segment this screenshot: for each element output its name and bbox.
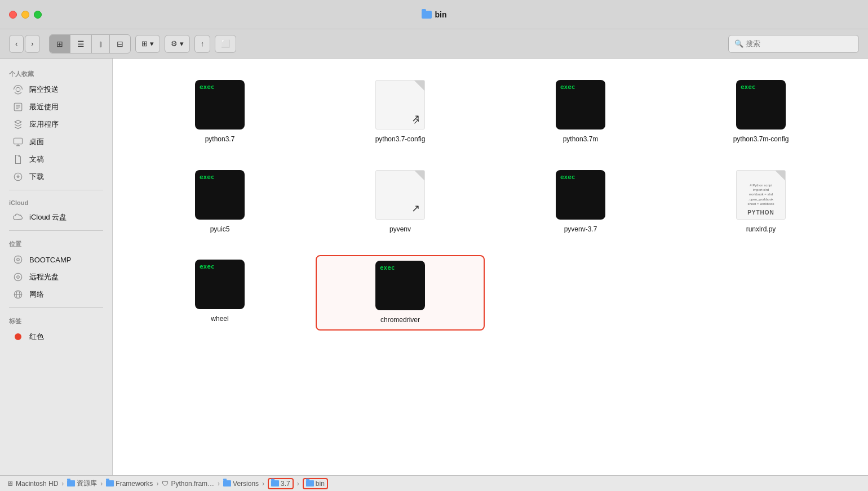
file-item-pyvenv-37[interactable]: exec pyvenv-3.7 [496,166,665,239]
sidebar-item-desktop[interactable]: 桌面 [3,133,109,150]
folder-icon-versions [223,480,231,486]
exec-icon-chromedriver: exec [375,261,425,310]
window-title: bin [422,10,447,19]
downloads-label: 下载 [29,172,44,182]
file-name-wheel: wheel [211,315,228,324]
desktop-label: 桌面 [29,137,44,147]
bootcamp-icon [12,254,24,265]
tags-button[interactable]: ⬜ [215,35,236,53]
sidebar-item-downloads[interactable]: 下载 [3,168,109,185]
sidebar-item-bootcamp[interactable]: BOOTCAMP [3,251,109,268]
file-name-python37: python3.7 [205,135,235,144]
file-item-wheel[interactable]: exec wheel [135,255,304,331]
sidebar-item-remote-disc[interactable]: 远程光盘 [3,269,109,285]
breadcrumb-37[interactable]: 3.7 [268,478,294,489]
red-tag-icon [12,331,24,342]
file-name-python37m: python3.7m [563,135,599,144]
file-item-runxlrd[interactable]: # Python scriptimport xlrdworkbook = xlr… [676,166,845,239]
folder-icon-frameworks [106,480,114,486]
icon-view-button[interactable]: ⊞ [50,35,70,53]
svg-point-0 [16,87,20,92]
sidebar-section-locations: 位置 [0,235,112,251]
group-button[interactable]: ⊞ ▾ [135,35,160,53]
sidebar-item-red-tag[interactable]: 红色 [3,328,109,345]
sidebar-item-airdrop[interactable]: 隔空投送 [3,81,109,98]
breadcrumb-python-framework[interactable]: 🛡 Python.fram… [162,480,214,488]
sidebar: 个人收藏 隔空投送 [0,59,113,475]
close-button[interactable] [9,11,17,19]
folder-icon-37 [271,480,279,486]
file-item-python37m-config[interactable]: exec python3.7m-config [676,75,845,149]
maximize-button[interactable] [34,11,42,19]
file-grid-area: exec python3.7 ↗ python3.7-config exec p… [113,59,868,475]
sidebar-item-recents[interactable]: 最近使用 [3,99,109,115]
share-button[interactable]: ↑ [194,35,211,53]
breadcrumb-macintosh-hd[interactable]: 🖥 Macintosh HD [7,480,58,488]
exec-icon-python37m: exec [556,80,605,130]
svg-point-13 [14,273,22,281]
network-icon [12,289,24,300]
breadcrumb-ziyuanku[interactable]: 资源库 [67,479,97,488]
sidebar-divider-1 [9,190,103,190]
exec-icon-pyuic5: exec [195,170,245,220]
shield-icon: 🛡 [162,480,169,488]
bootcamp-label: BOOTCAMP [29,256,71,264]
applications-label: 应用程序 [29,119,59,130]
exec-icon-pyvenv-37: exec [556,170,605,220]
gear-icon: ⚙ [171,39,178,48]
file-item-chromedriver[interactable]: exec chromedriver [316,255,485,331]
sidebar-item-documents[interactable]: 文稿 [3,151,109,168]
gallery-view-button[interactable]: ⊟ [110,35,130,53]
file-item-python37[interactable]: exec python3.7 [135,75,304,149]
file-item-python37m[interactable]: exec python3.7m [496,75,665,149]
breadcrumb-bin[interactable]: bin [303,478,328,489]
file-item-pyvenv[interactable]: ↗ pyvenv [316,166,485,239]
view-switcher: ⊞ ☰ ⫿ ⊟ [49,34,131,53]
column-view-button[interactable]: ⫿ [92,35,110,53]
toolbar: ‹ › ⊞ ☰ ⫿ ⊟ ⊞ ▾ ⚙ ▾ ↑ ⬜ 🔍 [0,29,868,59]
sidebar-item-icloud[interactable]: iCloud 云盘 [3,209,109,226]
file-grid: exec python3.7 ↗ python3.7-config exec p… [135,75,845,331]
sidebar-section-tags: 标签 [0,313,112,328]
breadcrumb-sep-5: › [262,480,264,488]
search-icon: 🔍 [734,39,743,48]
icloud-icon [12,212,24,223]
minimize-button[interactable] [21,11,29,19]
hd-icon: 🖥 [7,480,14,488]
airdrop-label: 隔空投送 [29,84,59,95]
airdrop-icon [12,84,24,95]
desktop-icon [12,136,24,148]
sidebar-item-applications[interactable]: 应用程序 [3,116,109,133]
recents-icon [12,101,24,113]
list-view-button[interactable]: ☰ [70,35,92,53]
exec-icon-python37: exec [195,80,245,130]
file-name-pyuic5: pyuic5 [210,225,230,234]
applications-icon [12,119,24,130]
share-icon: ↑ [201,39,205,48]
sidebar-section-favorites: 个人收藏 [0,65,112,81]
action-button[interactable]: ⚙ ▾ [165,35,190,53]
icloud-label: iCloud 云盘 [29,212,67,222]
file-item-python37-config[interactable]: ↗ python3.7-config [316,75,485,149]
search-input[interactable] [746,39,853,48]
file-name-runxlrd: runxlrd.py [746,225,776,234]
title-bar: bin [0,0,868,29]
back-button[interactable]: ‹ [9,35,24,53]
breadcrumb-frameworks[interactable]: Frameworks [106,480,153,488]
window-folder-icon [422,11,432,19]
remote-disc-label: 远程光盘 [29,272,59,282]
sidebar-item-network[interactable]: 网络 [3,286,109,303]
svg-point-10 [17,258,20,261]
tag-icon: ⬜ [221,39,230,48]
file-name-python37-config: python3.7-config [375,135,426,144]
svg-point-14 [17,276,20,279]
nav-buttons: ‹ › [9,35,40,53]
documents-icon [12,154,24,165]
search-box[interactable]: 🔍 [728,35,859,53]
forward-button[interactable]: › [25,35,39,53]
breadcrumb-versions[interactable]: Versions [223,480,259,488]
file-name-chromedriver: chromedriver [380,316,420,325]
breadcrumb-sep-4: › [218,480,220,488]
file-item-pyuic5[interactable]: exec pyuic5 [135,166,304,239]
file-name-pyvenv: pyvenv [389,225,411,234]
